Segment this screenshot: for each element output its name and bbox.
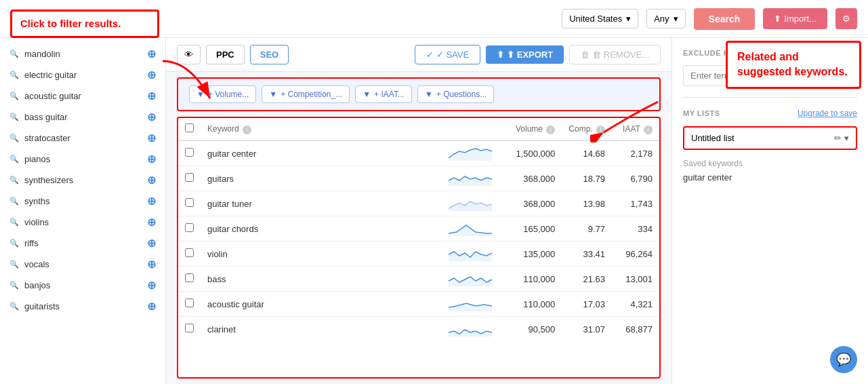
sidebar-item-acoustic-guitar[interactable]: 🔍 acoustic guitar ⊕ <box>0 85 165 107</box>
edit-icon[interactable]: ✏ <box>834 133 842 143</box>
comp-cell: 21.63 <box>562 267 612 292</box>
keywords-table-wrapper: Keyword i Volume i Comp. i IAAT i <box>177 117 661 379</box>
search-icon: 🔍 <box>9 113 19 121</box>
chevron-down-icon: ▾ <box>626 14 631 24</box>
filter-icon: ▼ <box>269 90 277 99</box>
add-icon[interactable]: ⊕ <box>147 132 156 145</box>
toolbar: 👁 PPC SEO ✓ ✓ SAVE ⬆ ⬆ EXPORT 🗑 🗑 REMOVE… <box>166 38 671 72</box>
sidebar-item-label: banjos <box>24 280 142 290</box>
settings-button[interactable]: ⚙ <box>835 8 857 29</box>
col-header-comp: Comp. i <box>562 118 612 140</box>
iaat-filter-button[interactable]: ▼ + IAAT... <box>355 85 412 103</box>
competition-filter-button[interactable]: ▼ + Competition_... <box>262 85 350 103</box>
volume-cell: 165,000 <box>501 216 562 242</box>
row-checkbox[interactable] <box>185 273 194 282</box>
add-icon[interactable]: ⊕ <box>147 174 156 187</box>
remove-button[interactable]: 🗑 🗑 REMOVE... <box>569 45 661 64</box>
export-button[interactable]: ⬆ ⬆ EXPORT <box>486 45 564 64</box>
sidebar-item-violins[interactable]: 🔍 violins ⊕ <box>0 212 165 233</box>
add-icon[interactable]: ⊕ <box>147 195 156 208</box>
add-icon[interactable]: ⊕ <box>147 237 156 250</box>
row-checkbox[interactable] <box>185 299 194 307</box>
list-select[interactable]: Untitled list ✏ ▾ <box>683 126 857 150</box>
row-checkbox[interactable] <box>185 173 194 182</box>
keyword-cell: guitar chords <box>201 216 440 242</box>
country-selector[interactable]: United States ▾ <box>562 9 638 28</box>
sidebar-item-label: guitarists <box>24 301 142 311</box>
sidebar-item-label: acoustic guitar <box>24 91 142 101</box>
comp-cell: 18.79 <box>562 166 612 191</box>
trend-cell <box>440 242 501 267</box>
add-icon[interactable]: ⊕ <box>147 90 156 102</box>
row-checkbox[interactable] <box>185 324 194 332</box>
comp-cell: 33.41 <box>562 242 612 267</box>
sidebar-item-banjos[interactable]: 🔍 banjos ⊕ <box>0 275 165 296</box>
sidebar-item-riffs[interactable]: 🔍 riffs ⊕ <box>0 233 165 254</box>
info-icon4: i <box>644 126 653 134</box>
questions-filter-button[interactable]: ▼ + Questions... <box>417 85 494 103</box>
sidebar-item-label: riffs <box>24 238 142 248</box>
sidebar-item-electric-guitar[interactable]: 🔍 electric guitar ⊕ <box>0 64 165 85</box>
chat-button[interactable]: 💬 <box>830 346 857 373</box>
search-icon: 🔍 <box>9 155 19 164</box>
sidebar-item-label: electric guitar <box>24 70 142 80</box>
search-icon: 🔍 <box>9 239 19 248</box>
add-icon[interactable]: ⊕ <box>147 279 156 292</box>
iaat-cell: 4,321 <box>612 292 659 317</box>
ppc-button[interactable]: PPC <box>206 45 245 64</box>
sidebar-item-bass-guitar[interactable]: 🔍 bass guitar ⊕ <box>0 107 165 128</box>
list-actions: ✏ ▾ <box>834 133 849 143</box>
add-icon[interactable]: ⊕ <box>147 69 156 81</box>
sidebar-item-stratocaster[interactable]: 🔍 stratocaster ⊕ <box>0 128 165 149</box>
keyword-cell: guitar tuner <box>201 191 440 216</box>
row-checkbox[interactable] <box>185 223 194 232</box>
row-checkbox[interactable] <box>185 148 194 157</box>
row-checkbox[interactable] <box>185 198 194 207</box>
sidebar-item-pianos[interactable]: 🔍 pianos ⊕ <box>0 149 165 170</box>
col-header-trend <box>440 118 501 140</box>
view-toggle-button[interactable]: 👁 <box>177 45 201 64</box>
sidebar-item-synths[interactable]: 🔍 synths ⊕ <box>0 191 165 212</box>
sidebar-item-vocals[interactable]: 🔍 vocals ⊕ <box>0 254 165 275</box>
add-icon[interactable]: ⊕ <box>147 47 156 60</box>
add-icon[interactable]: ⊕ <box>147 111 156 123</box>
volume-filter-button[interactable]: ▼ + Volume... <box>189 85 256 103</box>
filter-icon: ▼ <box>425 90 433 99</box>
seo-button[interactable]: SEO <box>250 45 289 64</box>
sidebar-item-guitarists[interactable]: 🔍 guitarists ⊕ <box>0 296 165 317</box>
volume-cell: 135,000 <box>501 242 562 267</box>
add-icon[interactable]: ⊕ <box>147 258 156 271</box>
add-icon[interactable]: ⊕ <box>147 153 156 166</box>
col-header-iaat: IAAT i <box>612 118 659 140</box>
search-button[interactable]: Search <box>694 8 756 30</box>
export-icon: ⬆ <box>497 50 504 60</box>
keyword-cell: bass <box>201 267 440 292</box>
sidebar-item-mandolin[interactable]: 🔍 mandolin ⊕ <box>0 43 165 64</box>
gear-icon: ⚙ <box>842 14 850 24</box>
row-checkbox[interactable] <box>185 248 194 257</box>
saved-keywords-label: Saved keywords <box>683 159 743 168</box>
iaat-cell: 1,743 <box>612 191 659 216</box>
chevron-down-icon3[interactable]: ▾ <box>844 133 849 143</box>
iaat-cell: 6,790 <box>612 166 659 191</box>
list-name-label: Untitled list <box>691 133 830 143</box>
sidebar-item-synthesizers[interactable]: 🔍 synthesizers ⊕ <box>0 170 165 191</box>
saved-keyword-item: guitar center <box>683 172 732 183</box>
import-button[interactable]: ⬆ Import... <box>763 8 827 29</box>
keyword-cell: violin <box>201 242 440 267</box>
table-row: guitar tuner 368,000 13.98 1,743 <box>178 191 659 216</box>
search-icon: 🔍 <box>9 134 19 142</box>
iaat-cell: 68,877 <box>612 317 659 342</box>
keyword-cell: acoustic guitar <box>201 292 440 317</box>
save-button[interactable]: ✓ ✓ SAVE <box>415 45 480 64</box>
table-row: acoustic guitar 110,000 17.03 4,321 <box>178 292 659 317</box>
any-selector[interactable]: Any ▾ <box>646 9 685 28</box>
any-label: Any <box>654 14 669 24</box>
iaat-cell: 334 <box>612 216 659 242</box>
add-icon[interactable]: ⊕ <box>147 216 156 229</box>
keyword-cell: guitars <box>201 166 440 191</box>
add-icon[interactable]: ⊕ <box>147 300 156 313</box>
my-lists-header: MY LISTS Upgrade to save <box>683 109 857 118</box>
upgrade-link[interactable]: Upgrade to save <box>798 109 857 118</box>
select-all-checkbox[interactable] <box>185 123 194 132</box>
